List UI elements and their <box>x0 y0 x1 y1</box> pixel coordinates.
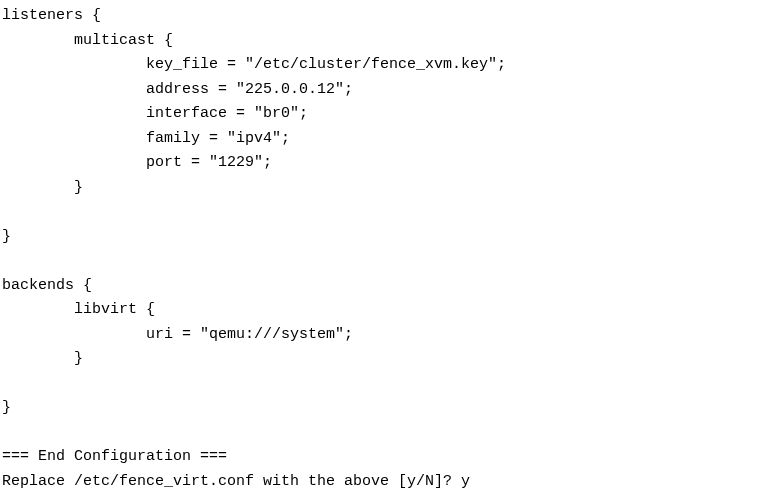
config-line: } <box>2 399 11 416</box>
config-line: key_file = "/etc/cluster/fence_xvm.key"; <box>2 56 506 73</box>
config-line: } <box>2 350 83 367</box>
config-line: backends { <box>2 277 92 294</box>
config-line: interface = "br0"; <box>2 105 308 122</box>
config-line: port = "1229"; <box>2 154 272 171</box>
config-line: family = "ipv4"; <box>2 130 290 147</box>
config-line: listeners { <box>2 7 101 24</box>
config-line: } <box>2 179 83 196</box>
replace-prompt: Replace /etc/fence_virt.conf with the ab… <box>2 473 461 490</box>
terminal-output: listeners { multicast { key_file = "/etc… <box>0 0 771 500</box>
config-line: address = "225.0.0.12"; <box>2 81 353 98</box>
config-line: } <box>2 228 11 245</box>
config-line: uri = "qemu:///system"; <box>2 326 353 343</box>
config-line: libvirt { <box>2 301 155 318</box>
config-line: multicast { <box>2 32 173 49</box>
end-configuration-marker: === End Configuration === <box>2 448 227 465</box>
prompt-answer-input[interactable]: y <box>461 473 470 490</box>
